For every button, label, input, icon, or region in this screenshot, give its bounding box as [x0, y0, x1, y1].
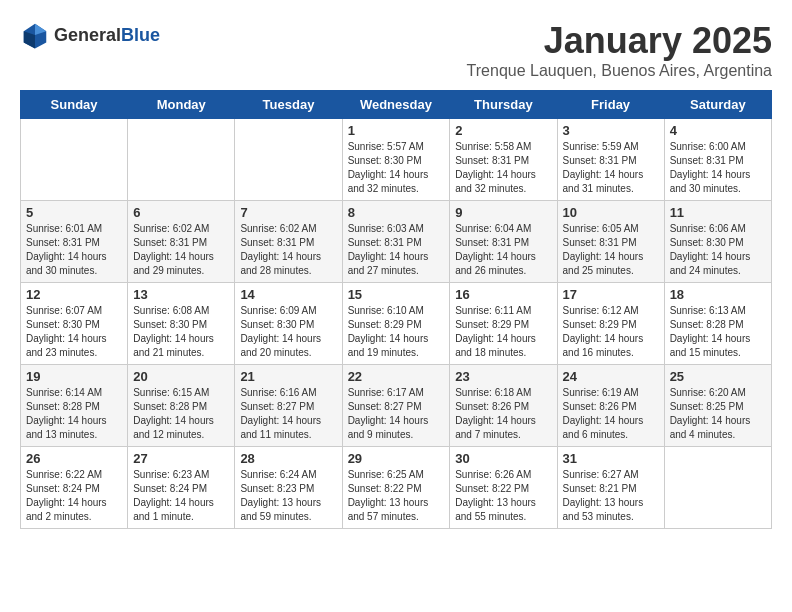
day-number: 31 [563, 451, 659, 466]
calendar-cell: 26Sunrise: 6:22 AM Sunset: 8:24 PM Dayli… [21, 447, 128, 529]
calendar-cell: 10Sunrise: 6:05 AM Sunset: 8:31 PM Dayli… [557, 201, 664, 283]
day-number: 12 [26, 287, 122, 302]
day-number: 1 [348, 123, 445, 138]
day-info: Sunrise: 6:17 AM Sunset: 8:27 PM Dayligh… [348, 386, 445, 442]
day-info: Sunrise: 6:09 AM Sunset: 8:30 PM Dayligh… [240, 304, 336, 360]
day-info: Sunrise: 6:10 AM Sunset: 8:29 PM Dayligh… [348, 304, 445, 360]
calendar-cell: 4Sunrise: 6:00 AM Sunset: 8:31 PM Daylig… [664, 119, 771, 201]
calendar-cell: 25Sunrise: 6:20 AM Sunset: 8:25 PM Dayli… [664, 365, 771, 447]
day-info: Sunrise: 6:24 AM Sunset: 8:23 PM Dayligh… [240, 468, 336, 524]
calendar-cell: 19Sunrise: 6:14 AM Sunset: 8:28 PM Dayli… [21, 365, 128, 447]
day-info: Sunrise: 6:04 AM Sunset: 8:31 PM Dayligh… [455, 222, 551, 278]
day-info: Sunrise: 6:12 AM Sunset: 8:29 PM Dayligh… [563, 304, 659, 360]
calendar-table: SundayMondayTuesdayWednesdayThursdayFrid… [20, 90, 772, 529]
calendar-cell: 9Sunrise: 6:04 AM Sunset: 8:31 PM Daylig… [450, 201, 557, 283]
day-number: 18 [670, 287, 766, 302]
calendar-cell: 29Sunrise: 6:25 AM Sunset: 8:22 PM Dayli… [342, 447, 450, 529]
calendar-cell: 13Sunrise: 6:08 AM Sunset: 8:30 PM Dayli… [128, 283, 235, 365]
day-info: Sunrise: 6:25 AM Sunset: 8:22 PM Dayligh… [348, 468, 445, 524]
calendar-cell: 24Sunrise: 6:19 AM Sunset: 8:26 PM Dayli… [557, 365, 664, 447]
day-number: 30 [455, 451, 551, 466]
day-number: 5 [26, 205, 122, 220]
weekday-header-sunday: Sunday [21, 91, 128, 119]
day-info: Sunrise: 6:19 AM Sunset: 8:26 PM Dayligh… [563, 386, 659, 442]
day-number: 28 [240, 451, 336, 466]
day-number: 25 [670, 369, 766, 384]
calendar-cell: 23Sunrise: 6:18 AM Sunset: 8:26 PM Dayli… [450, 365, 557, 447]
calendar-cell: 22Sunrise: 6:17 AM Sunset: 8:27 PM Dayli… [342, 365, 450, 447]
day-info: Sunrise: 6:06 AM Sunset: 8:30 PM Dayligh… [670, 222, 766, 278]
day-number: 19 [26, 369, 122, 384]
calendar-week-3: 12Sunrise: 6:07 AM Sunset: 8:30 PM Dayli… [21, 283, 772, 365]
weekday-header-monday: Monday [128, 91, 235, 119]
weekday-header-friday: Friday [557, 91, 664, 119]
day-info: Sunrise: 5:58 AM Sunset: 8:31 PM Dayligh… [455, 140, 551, 196]
day-number: 21 [240, 369, 336, 384]
day-info: Sunrise: 6:08 AM Sunset: 8:30 PM Dayligh… [133, 304, 229, 360]
day-number: 26 [26, 451, 122, 466]
weekday-header-tuesday: Tuesday [235, 91, 342, 119]
calendar-cell: 16Sunrise: 6:11 AM Sunset: 8:29 PM Dayli… [450, 283, 557, 365]
day-info: Sunrise: 5:59 AM Sunset: 8:31 PM Dayligh… [563, 140, 659, 196]
logo-blue: Blue [121, 25, 160, 46]
day-number: 29 [348, 451, 445, 466]
calendar-cell: 7Sunrise: 6:02 AM Sunset: 8:31 PM Daylig… [235, 201, 342, 283]
calendar-cell: 3Sunrise: 5:59 AM Sunset: 8:31 PM Daylig… [557, 119, 664, 201]
day-number: 13 [133, 287, 229, 302]
calendar-cell: 20Sunrise: 6:15 AM Sunset: 8:28 PM Dayli… [128, 365, 235, 447]
day-number: 22 [348, 369, 445, 384]
calendar-cell: 6Sunrise: 6:02 AM Sunset: 8:31 PM Daylig… [128, 201, 235, 283]
title-block: January 2025 Trenque Lauquen, Buenos Air… [467, 20, 772, 80]
day-info: Sunrise: 6:27 AM Sunset: 8:21 PM Dayligh… [563, 468, 659, 524]
calendar-cell: 2Sunrise: 5:58 AM Sunset: 8:31 PM Daylig… [450, 119, 557, 201]
day-info: Sunrise: 6:16 AM Sunset: 8:27 PM Dayligh… [240, 386, 336, 442]
calendar-cell: 30Sunrise: 6:26 AM Sunset: 8:22 PM Dayli… [450, 447, 557, 529]
day-info: Sunrise: 6:13 AM Sunset: 8:28 PM Dayligh… [670, 304, 766, 360]
day-number: 6 [133, 205, 229, 220]
day-info: Sunrise: 6:26 AM Sunset: 8:22 PM Dayligh… [455, 468, 551, 524]
calendar-cell: 1Sunrise: 5:57 AM Sunset: 8:30 PM Daylig… [342, 119, 450, 201]
day-number: 23 [455, 369, 551, 384]
day-info: Sunrise: 6:02 AM Sunset: 8:31 PM Dayligh… [133, 222, 229, 278]
day-number: 4 [670, 123, 766, 138]
day-number: 17 [563, 287, 659, 302]
day-number: 9 [455, 205, 551, 220]
day-number: 3 [563, 123, 659, 138]
calendar-cell: 21Sunrise: 6:16 AM Sunset: 8:27 PM Dayli… [235, 365, 342, 447]
calendar-cell: 8Sunrise: 6:03 AM Sunset: 8:31 PM Daylig… [342, 201, 450, 283]
calendar-cell: 31Sunrise: 6:27 AM Sunset: 8:21 PM Dayli… [557, 447, 664, 529]
calendar-cell: 27Sunrise: 6:23 AM Sunset: 8:24 PM Dayli… [128, 447, 235, 529]
day-number: 14 [240, 287, 336, 302]
calendar-cell [235, 119, 342, 201]
calendar-cell: 5Sunrise: 6:01 AM Sunset: 8:31 PM Daylig… [21, 201, 128, 283]
day-number: 15 [348, 287, 445, 302]
calendar-cell: 15Sunrise: 6:10 AM Sunset: 8:29 PM Dayli… [342, 283, 450, 365]
calendar-week-4: 19Sunrise: 6:14 AM Sunset: 8:28 PM Dayli… [21, 365, 772, 447]
weekday-header-saturday: Saturday [664, 91, 771, 119]
calendar-week-5: 26Sunrise: 6:22 AM Sunset: 8:24 PM Dayli… [21, 447, 772, 529]
day-number: 16 [455, 287, 551, 302]
calendar-cell: 28Sunrise: 6:24 AM Sunset: 8:23 PM Dayli… [235, 447, 342, 529]
calendar-week-2: 5Sunrise: 6:01 AM Sunset: 8:31 PM Daylig… [21, 201, 772, 283]
day-info: Sunrise: 5:57 AM Sunset: 8:30 PM Dayligh… [348, 140, 445, 196]
weekday-header-wednesday: Wednesday [342, 91, 450, 119]
logo-icon [20, 20, 50, 50]
day-info: Sunrise: 6:02 AM Sunset: 8:31 PM Dayligh… [240, 222, 336, 278]
calendar-cell [128, 119, 235, 201]
day-info: Sunrise: 6:00 AM Sunset: 8:31 PM Dayligh… [670, 140, 766, 196]
weekday-header-thursday: Thursday [450, 91, 557, 119]
day-number: 11 [670, 205, 766, 220]
day-info: Sunrise: 6:20 AM Sunset: 8:25 PM Dayligh… [670, 386, 766, 442]
day-info: Sunrise: 6:18 AM Sunset: 8:26 PM Dayligh… [455, 386, 551, 442]
day-info: Sunrise: 6:14 AM Sunset: 8:28 PM Dayligh… [26, 386, 122, 442]
day-number: 2 [455, 123, 551, 138]
day-info: Sunrise: 6:22 AM Sunset: 8:24 PM Dayligh… [26, 468, 122, 524]
day-number: 27 [133, 451, 229, 466]
day-info: Sunrise: 6:23 AM Sunset: 8:24 PM Dayligh… [133, 468, 229, 524]
day-info: Sunrise: 6:05 AM Sunset: 8:31 PM Dayligh… [563, 222, 659, 278]
calendar-cell: 12Sunrise: 6:07 AM Sunset: 8:30 PM Dayli… [21, 283, 128, 365]
logo: General Blue [20, 20, 160, 50]
location-subtitle: Trenque Lauquen, Buenos Aires, Argentina [467, 62, 772, 80]
day-info: Sunrise: 6:03 AM Sunset: 8:31 PM Dayligh… [348, 222, 445, 278]
day-info: Sunrise: 6:15 AM Sunset: 8:28 PM Dayligh… [133, 386, 229, 442]
